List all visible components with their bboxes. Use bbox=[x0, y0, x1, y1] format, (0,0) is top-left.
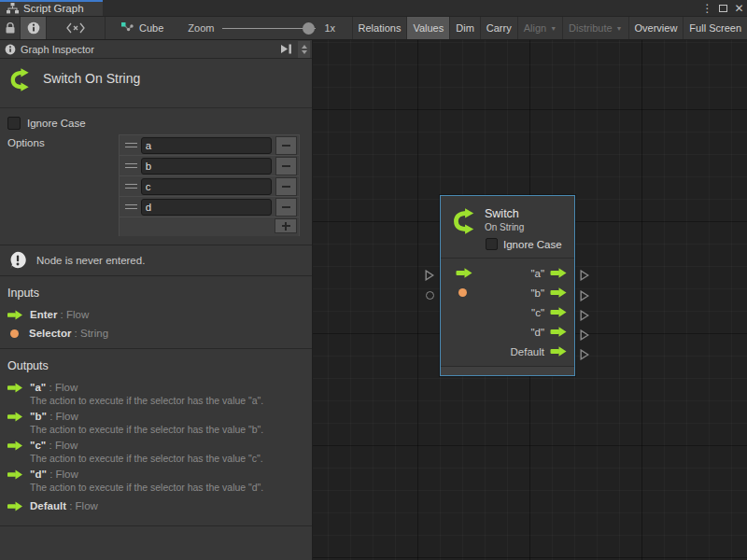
switch-on-string-node[interactable]: Switch On String Ignore Case "a" bbox=[440, 195, 575, 376]
external-output-handle-c[interactable] bbox=[580, 310, 589, 321]
options-list bbox=[119, 134, 300, 236]
align-dropdown[interactable]: Align ▼ bbox=[517, 17, 562, 39]
node-row: "d" bbox=[441, 322, 574, 342]
node-footer bbox=[441, 366, 574, 375]
zoom-control: Zoom 1x bbox=[188, 17, 335, 39]
node-title-section: Switch On String bbox=[0, 59, 312, 108]
drag-handle-icon[interactable] bbox=[125, 143, 137, 148]
remove-option-button[interactable] bbox=[275, 177, 297, 196]
zoom-label: Zoom bbox=[188, 22, 214, 34]
ignore-case-checkbox[interactable] bbox=[7, 117, 21, 130]
port-label: "b" bbox=[530, 287, 544, 299]
string-port-icon bbox=[10, 329, 19, 338]
zoom-slider-handle[interactable] bbox=[303, 22, 315, 35]
code-icon bbox=[66, 22, 85, 34]
lock-button[interactable] bbox=[0, 17, 20, 39]
full-screen-button[interactable]: Full Screen bbox=[683, 17, 747, 39]
value-scrubber[interactable] bbox=[298, 41, 310, 58]
external-flow-input-handle[interactable] bbox=[425, 270, 434, 281]
external-output-handle-d[interactable] bbox=[580, 329, 589, 341]
flow-arrow-icon bbox=[7, 441, 22, 451]
carry-button[interactable]: Carry bbox=[480, 17, 517, 39]
external-output-handle-b[interactable] bbox=[580, 290, 589, 301]
chevron-down-icon: ▼ bbox=[616, 25, 623, 32]
zoom-slider-track[interactable] bbox=[222, 28, 316, 30]
node-title-text: Switch On String bbox=[43, 67, 140, 86]
outputs-section: Outputs "a" : Flow The action to execute… bbox=[0, 349, 312, 526]
remove-option-button[interactable] bbox=[275, 157, 297, 175]
graph-toolbar: Cube Zoom 1x Relations Values Dim Carry … bbox=[0, 17, 747, 40]
flow-output-port[interactable] bbox=[550, 307, 567, 317]
close-icon[interactable]: ✕ bbox=[731, 0, 747, 16]
drag-handle-icon[interactable] bbox=[125, 184, 137, 189]
node-body: "a" "b" "c" "d" bbox=[441, 258, 574, 366]
inputs-section: Inputs Enter : Flow Selector : String bbox=[0, 276, 312, 349]
port-description: The action to execute if the selector ha… bbox=[30, 424, 304, 435]
remove-option-button[interactable] bbox=[275, 198, 297, 217]
option-input-d[interactable] bbox=[141, 199, 272, 216]
ignore-case-label: Ignore Case bbox=[27, 118, 86, 129]
info-icon bbox=[5, 44, 16, 55]
node-row: "b" bbox=[441, 283, 574, 302]
flow-output-port[interactable] bbox=[550, 327, 567, 337]
inputs-heading: Inputs bbox=[7, 287, 304, 300]
dim-button[interactable]: Dim bbox=[449, 17, 480, 39]
drag-handle-icon[interactable] bbox=[125, 204, 137, 210]
port-label: "a" bbox=[530, 268, 544, 279]
flow-output-port[interactable] bbox=[550, 287, 567, 298]
dock-panel-icon[interactable] bbox=[279, 43, 293, 55]
relations-button[interactable]: Relations bbox=[352, 17, 407, 39]
script-graph-window: Script Graph ⋮ ✕ bbox=[0, 0, 747, 560]
option-input-c[interactable] bbox=[141, 178, 272, 195]
flow-arrow-icon bbox=[7, 469, 22, 480]
output-port-default: Default : Flow bbox=[7, 500, 304, 511]
inspector-header: Graph Inspector bbox=[0, 40, 312, 59]
outputs-heading: Outputs bbox=[7, 359, 304, 372]
option-input-b[interactable] bbox=[141, 158, 272, 175]
flow-arrow-icon bbox=[7, 501, 22, 511]
flow-output-port[interactable] bbox=[550, 268, 567, 278]
remove-option-button[interactable] bbox=[275, 136, 297, 155]
code-preview-button[interactable] bbox=[47, 17, 105, 39]
output-port-c: "c" : Flow The action to execute if the … bbox=[7, 440, 304, 464]
output-port-d: "d" : Flow The action to execute if the … bbox=[7, 469, 304, 493]
distribute-dropdown[interactable]: Distribute ▼ bbox=[562, 17, 627, 39]
inspector-toggle-button[interactable] bbox=[21, 17, 46, 39]
string-input-port[interactable] bbox=[458, 288, 467, 297]
node-ignore-case-label: Ignore Case bbox=[503, 239, 562, 250]
flow-output-port[interactable] bbox=[550, 346, 567, 357]
node-header[interactable]: Switch On String Ignore Case bbox=[441, 196, 574, 258]
node-title: Switch bbox=[485, 207, 524, 220]
maximize-icon[interactable] bbox=[715, 0, 731, 16]
arrow-down-icon bbox=[302, 50, 307, 54]
add-option-button[interactable] bbox=[275, 218, 297, 233]
overview-button[interactable]: Overview bbox=[628, 17, 684, 39]
input-port-selector: Selector : String bbox=[7, 328, 304, 339]
plus-icon bbox=[282, 222, 290, 231]
minus-icon bbox=[282, 186, 290, 188]
zoom-slider[interactable] bbox=[222, 22, 316, 35]
option-input-a[interactable] bbox=[141, 137, 272, 154]
drag-handle-icon[interactable] bbox=[125, 163, 137, 169]
graph-canvas[interactable]: Switch On String Ignore Case "a" bbox=[313, 40, 747, 560]
minus-icon bbox=[282, 165, 290, 167]
option-row bbox=[120, 156, 299, 176]
port-description: The action to execute if the selector ha… bbox=[30, 453, 304, 464]
node-row: "a" bbox=[441, 263, 574, 283]
flow-arrow-icon bbox=[7, 412, 22, 422]
values-button[interactable]: Values bbox=[406, 17, 449, 39]
tab-script-graph[interactable]: Script Graph bbox=[0, 0, 103, 16]
switch-node-icon bbox=[7, 67, 33, 92]
external-string-input-handle[interactable] bbox=[426, 291, 434, 300]
node-ignore-case-checkbox[interactable] bbox=[486, 238, 498, 250]
port-label: "c" bbox=[531, 307, 544, 318]
external-output-handle-default[interactable] bbox=[580, 349, 589, 360]
graph-owner-button[interactable]: Cube bbox=[120, 17, 163, 39]
flow-input-port[interactable] bbox=[456, 268, 472, 278]
warning-box: Node is never entered. bbox=[0, 245, 312, 276]
tab-bar-empty bbox=[103, 0, 699, 16]
external-output-handle-a[interactable] bbox=[580, 270, 589, 281]
output-port-b: "b" : Flow The action to execute if the … bbox=[7, 411, 304, 435]
zoom-value: 1x bbox=[324, 22, 335, 34]
window-menu-kebab-icon[interactable]: ⋮ bbox=[699, 0, 715, 16]
